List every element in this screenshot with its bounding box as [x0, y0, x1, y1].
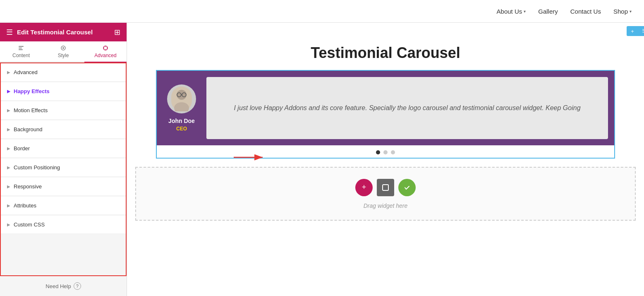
chevron-border-icon: ▶	[7, 146, 10, 151]
hamburger-icon[interactable]: ☰	[6, 28, 13, 37]
section-custom-css: ▶ Custom CSS	[1, 216, 126, 234]
svg-rect-1	[19, 48, 22, 48]
nav-shop[interactable]: Shop ▾	[613, 8, 632, 15]
carousel-dots	[157, 145, 614, 158]
sidebar-title: Edit Testimonial Carousel	[17, 29, 93, 36]
section-advanced-label: Advanced	[14, 69, 38, 75]
carousel-author: John Doe CEO	[157, 71, 206, 145]
need-help[interactable]: Need Help ?	[0, 276, 127, 296]
grid-icon[interactable]: ⊞	[114, 28, 120, 37]
section-custom-css-label: Custom CSS	[14, 221, 45, 228]
nav-shop-label: Shop	[613, 8, 628, 15]
chevron-motion-effects-icon: ▶	[7, 108, 10, 113]
section-attributes-label: Attributes	[14, 202, 36, 209]
main-content: + ⠿ ✕ Testimonial Carousel ‹ ☷	[127, 23, 644, 296]
section-motion-effects-label: Motion Effects	[14, 107, 48, 113]
carousel-dot-3[interactable]	[391, 150, 395, 154]
nav-gallery[interactable]: Gallery	[538, 8, 558, 15]
tab-style-label: Style	[58, 53, 69, 58]
add-widget-button[interactable]: +	[355, 179, 373, 196]
help-circle-icon: ?	[74, 282, 81, 290]
section-custom-positioning: ▶ Custom Positioning	[1, 159, 126, 177]
section-motion-effects-header[interactable]: ▶ Motion Effects	[1, 101, 126, 120]
widget-square-button[interactable]	[377, 179, 394, 196]
section-motion-effects: ▶ Motion Effects	[1, 101, 126, 120]
toolbar-move-button[interactable]: ⠿	[638, 26, 644, 36]
confirm-button[interactable]	[398, 179, 416, 196]
nav-about-us-label: About Us	[497, 8, 522, 15]
tab-advanced[interactable]: Advanced	[84, 41, 127, 63]
section-custom-css-header[interactable]: ▶ Custom CSS	[1, 216, 126, 234]
toolbar-add-button[interactable]: +	[627, 26, 638, 36]
nav-links: About Us ▾ Gallery Contact Us Shop ▾	[497, 8, 632, 15]
drop-zone: + Drag widget here	[135, 167, 636, 221]
nav-about-us[interactable]: About Us ▾	[497, 8, 526, 15]
section-attributes-header[interactable]: ▶ Attributes	[1, 197, 126, 215]
nav-contact-us-label: Contact Us	[570, 8, 601, 15]
nav-gallery-label: Gallery	[538, 8, 558, 15]
section-advanced: ▶ Advanced	[1, 63, 126, 82]
chevron-happy-effects-icon: ▶	[7, 89, 10, 94]
chevron-advanced-icon: ▶	[7, 70, 10, 75]
section-border-header[interactable]: ▶ Border	[1, 140, 126, 158]
section-background-label: Background	[14, 126, 42, 132]
section-happy-effects-label: Happy Effects	[14, 88, 50, 94]
svg-rect-2	[19, 49, 23, 50]
nav-contact-us[interactable]: Contact Us	[570, 8, 601, 15]
carousel-prev-button[interactable]: ‹	[127, 107, 131, 122]
carousel-inner: John Doe CEO I just love Happy Addons an…	[157, 71, 614, 145]
checkmark-icon	[403, 184, 411, 191]
section-happy-effects-header[interactable]: ▶ Happy Effects	[1, 82, 126, 101]
carousel-dot-1[interactable]	[376, 150, 380, 154]
section-attributes: ▶ Attributes	[1, 197, 126, 215]
page-title: Testimonial Carousel	[135, 44, 636, 62]
carousel-wrapper: ‹ ☷	[135, 70, 636, 159]
svg-rect-0	[19, 46, 24, 47]
section-background-header[interactable]: ▶ Background	[1, 120, 126, 139]
chevron-custom-positioning-icon: ▶	[7, 165, 10, 170]
section-responsive-label: Responsive	[14, 183, 42, 190]
top-navigation: About Us ▾ Gallery Contact Us Shop ▾	[0, 0, 644, 23]
page-area: Testimonial Carousel ‹ ☷	[127, 36, 644, 296]
tab-content[interactable]: Content	[0, 41, 42, 63]
chevron-responsive-icon: ▶	[7, 184, 10, 189]
style-icon	[60, 45, 67, 51]
section-custom-positioning-label: Custom Positioning	[14, 164, 60, 171]
sidebar-header: ☰ Edit Testimonial Carousel ⊞	[0, 23, 127, 41]
chevron-background-icon: ▶	[7, 127, 10, 132]
carousel-next-button[interactable]: ›	[640, 107, 644, 122]
section-custom-positioning-header[interactable]: ▶ Custom Positioning	[1, 159, 126, 177]
about-us-chevron-icon: ▾	[524, 9, 526, 14]
main-layout: ☰ Edit Testimonial Carousel ⊞ Content	[0, 23, 644, 296]
section-responsive-header[interactable]: ▶ Responsive	[1, 178, 126, 196]
section-advanced-header[interactable]: ▶ Advanced	[1, 63, 126, 82]
carousel-container: ☷	[156, 70, 615, 159]
content-icon	[18, 45, 24, 51]
tab-style[interactable]: Style	[42, 41, 84, 63]
avatar-image	[171, 87, 192, 111]
sidebar-sections: ▶ Advanced ▶ Happy Effects ▶ Motion Effe…	[0, 63, 127, 276]
advanced-icon	[102, 45, 109, 51]
drop-zone-label: Drag widget here	[364, 202, 408, 209]
author-role: CEO	[176, 126, 187, 132]
carousel-dot-2[interactable]	[383, 150, 388, 154]
section-border: ▶ Border	[1, 140, 126, 158]
chevron-custom-css-icon: ▶	[7, 222, 10, 227]
svg-point-4	[62, 47, 64, 49]
need-help-label: Need Help	[45, 283, 71, 289]
tab-content-label: Content	[12, 53, 30, 58]
section-responsive: ▶ Responsive	[1, 178, 126, 196]
carousel-quote-text: I just love Happy Addons and its core fe…	[234, 103, 580, 113]
sidebar-header-left: ☰ Edit Testimonial Carousel	[6, 28, 93, 37]
author-avatar	[167, 84, 196, 113]
sidebar: ☰ Edit Testimonial Carousel ⊞ Content	[0, 23, 127, 296]
section-border-label: Border	[14, 145, 30, 152]
drop-buttons: +	[355, 179, 416, 196]
sidebar-tabs: Content Style Advanced	[0, 41, 127, 63]
section-background: ▶ Background	[1, 120, 126, 139]
section-happy-effects: ▶ Happy Effects	[1, 82, 126, 101]
author-name: John Doe	[168, 118, 195, 124]
tab-advanced-label: Advanced	[94, 53, 116, 58]
square-icon	[382, 184, 389, 191]
widget-toolbar: + ⠿ ✕	[627, 26, 644, 36]
